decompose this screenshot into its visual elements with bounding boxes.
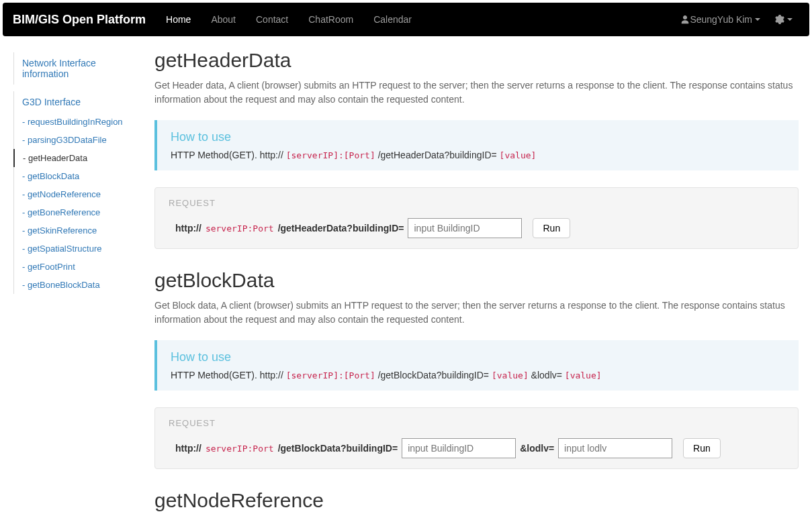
req-server: serverIP:Port [206,223,274,234]
request-label: REQUEST [169,418,784,428]
howto-serverip: [serverIP]:[Port] [286,150,375,160]
req-lodlv: &lodlv= [520,443,554,454]
buildingid-input[interactable] [402,438,516,458]
howto-headerdata: How to use HTTP Method(GET). http:// [se… [154,120,799,170]
navbar-right: SeungYub Kim [674,14,799,25]
desc-headerdata: Get Header data, A client (browser) subm… [154,79,799,107]
howto-prefix: HTTP Method(GET). http:// [171,150,286,160]
user-icon [680,15,690,24]
request-blockdata: REQUEST http:// serverIP:Port /getBlockD… [154,407,799,469]
howto-value: [value] [500,150,537,160]
howto-lodlv: &lodlv= [529,370,565,380]
request-line: http:// serverIP:Port /getBlockData?buil… [169,438,784,458]
caret-icon [755,18,760,21]
howto-title: How to use [171,130,785,144]
request-line: http:// serverIP:Port /getHeaderData?bui… [169,218,784,238]
user-menu[interactable]: SeungYub Kim [674,14,767,25]
howto-value2: [value] [565,370,602,380]
lodlv-input[interactable] [558,438,672,458]
brand[interactable]: BIM/GIS Open Platform [13,13,156,27]
section-title-headerdata: getHeaderData [154,49,799,72]
nav-about[interactable]: About [201,4,246,35]
howto-value: [value] [492,370,529,380]
nav-contact[interactable]: Contact [246,4,298,35]
nav-calendar[interactable]: Calendar [363,4,422,35]
howto-blockdata: How to use HTTP Method(GET). http:// [se… [154,340,799,391]
sidebar-item-getboneblock[interactable]: - getBoneBlockData [14,276,141,294]
nav-chatroom[interactable]: ChatRoom [298,4,363,35]
howto-path: /getBlockData?buildingID= [375,370,492,380]
howto-prefix: HTTP Method(GET). http:// [171,370,286,380]
howto-path: /getHeaderData?buildingID= [375,150,500,160]
sidebar-item-getskinref[interactable]: - getSkinReference [14,221,141,240]
sidebar-item-getfootprint[interactable]: - getFootPrint [14,258,141,276]
howto-title: How to use [171,350,785,364]
run-button[interactable]: Run [683,438,721,458]
section-title-noderef: getNodeReference [154,489,799,512]
desc-blockdata: Get Block data, A client (browser) submi… [154,299,799,327]
gear-icon [774,14,784,25]
sidebar-item-getnoderef[interactable]: - getNodeReference [14,185,141,203]
buildingid-input[interactable] [408,218,522,238]
req-path: /getBlockData?buildingID= [278,443,398,454]
sidebar-item-getspatial[interactable]: - getSpatialStructure [14,240,141,258]
request-label: REQUEST [169,198,784,208]
req-path: /getHeaderData?buildingID= [278,223,404,234]
sidebar-item-requestbuilding[interactable]: - requestBuildingInRegion [14,113,141,131]
settings-menu[interactable] [767,14,799,25]
sidebar-top: Network Interface information [13,52,141,85]
sidebar-item-parsing[interactable]: - parsingG3DDataFile [14,131,141,149]
sidebar-network-interface[interactable]: Network Interface information [14,52,141,85]
req-http: http:// [175,223,201,234]
howto-serverip: [serverIP]:[Port] [286,370,375,380]
main-content: getHeaderData Get Header data, A client … [148,39,805,514]
sidebar-g3d: G3D Interface - requestBuildingInRegion … [13,91,141,294]
sidebar-item-getheaderdata[interactable]: - getHeaderData [13,149,141,167]
sidebar-item-getblockdata[interactable]: - getBlockData [14,167,141,185]
req-http: http:// [175,443,201,454]
howto-body: HTTP Method(GET). http:// [serverIP]:[Po… [171,370,785,380]
howto-body: HTTP Method(GET). http:// [serverIP]:[Po… [171,150,785,160]
nav-home[interactable]: Home [156,4,201,35]
sidebar: Network Interface information G3D Interf… [7,39,148,514]
run-button[interactable]: Run [533,218,570,238]
caret-icon [787,18,793,21]
navbar: BIM/GIS Open Platform Home About Contact… [3,3,809,36]
req-server: serverIP:Port [206,444,274,454]
user-name: SeungYub Kim [690,14,752,25]
sidebar-g3d-title[interactable]: G3D Interface [14,91,141,113]
sidebar-item-getboneref[interactable]: - getBoneReference [14,203,141,221]
nav-links: Home About Contact ChatRoom Calendar [156,4,422,35]
section-title-blockdata: getBlockData [154,269,799,292]
container: Network Interface information G3D Interf… [0,39,812,514]
request-headerdata: REQUEST http:// serverIP:Port /getHeader… [154,187,799,249]
